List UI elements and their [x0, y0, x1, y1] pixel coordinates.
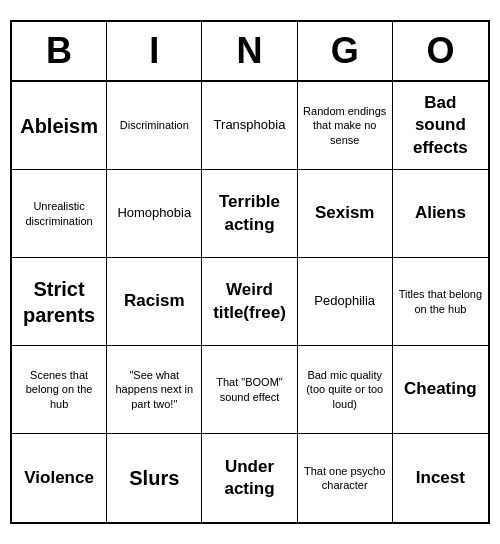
cell-text-20: Violence — [24, 467, 94, 489]
cell-text-16: "See what happens next in part two!" — [111, 368, 197, 411]
cell-text-19: Cheating — [404, 378, 477, 400]
bingo-cell-24: Incest — [393, 434, 488, 522]
bingo-cell-13: Pedophilia — [298, 258, 393, 346]
bingo-cell-15: Scenes that belong on the hub — [12, 346, 107, 434]
cell-text-6: Homophobia — [117, 205, 191, 222]
cell-text-23: That one psycho character — [302, 464, 388, 493]
bingo-cell-2: Transphobia — [202, 82, 297, 170]
cell-text-14: Titles that belong on the hub — [397, 287, 484, 316]
bingo-cell-23: That one psycho character — [298, 434, 393, 522]
cell-text-7: Terrible acting — [206, 191, 292, 235]
bingo-cell-7: Terrible acting — [202, 170, 297, 258]
bingo-cell-8: Sexism — [298, 170, 393, 258]
bingo-letter-g: G — [298, 22, 393, 80]
cell-text-5: Unrealistic discrimination — [16, 199, 102, 228]
cell-text-2: Transphobia — [214, 117, 286, 134]
bingo-cell-11: Racism — [107, 258, 202, 346]
bingo-card: BINGO AbleismDiscriminationTransphobiaRa… — [10, 20, 490, 524]
bingo-header: BINGO — [12, 22, 488, 82]
bingo-cell-21: Slurs — [107, 434, 202, 522]
bingo-grid: AbleismDiscriminationTransphobiaRandom e… — [12, 82, 488, 522]
cell-text-18: Bad mic quality (too quite or too loud) — [302, 368, 388, 411]
bingo-cell-20: Violence — [12, 434, 107, 522]
cell-text-15: Scenes that belong on the hub — [16, 368, 102, 411]
cell-text-8: Sexism — [315, 202, 375, 224]
bingo-cell-22: Under acting — [202, 434, 297, 522]
bingo-cell-16: "See what happens next in part two!" — [107, 346, 202, 434]
bingo-cell-14: Titles that belong on the hub — [393, 258, 488, 346]
bingo-cell-1: Discrimination — [107, 82, 202, 170]
bingo-cell-9: Aliens — [393, 170, 488, 258]
cell-text-10: Strict parents — [16, 276, 102, 328]
bingo-cell-3: Random endings that make no sense — [298, 82, 393, 170]
bingo-cell-5: Unrealistic discrimination — [12, 170, 107, 258]
cell-text-3: Random endings that make no sense — [302, 104, 388, 147]
bingo-cell-10: Strict parents — [12, 258, 107, 346]
bingo-cell-18: Bad mic quality (too quite or too loud) — [298, 346, 393, 434]
cell-text-12: Weird title(free) — [206, 279, 292, 323]
bingo-cell-19: Cheating — [393, 346, 488, 434]
cell-text-21: Slurs — [129, 465, 179, 491]
cell-text-22: Under acting — [206, 456, 292, 500]
bingo-cell-0: Ableism — [12, 82, 107, 170]
cell-text-11: Racism — [124, 290, 184, 312]
cell-text-0: Ableism — [20, 113, 98, 139]
cell-text-1: Discrimination — [120, 118, 189, 132]
cell-text-9: Aliens — [415, 202, 466, 224]
bingo-letter-i: I — [107, 22, 202, 80]
cell-text-17: That "BOOM" sound effect — [206, 375, 292, 404]
cell-text-13: Pedophilia — [314, 293, 375, 310]
bingo-letter-n: N — [202, 22, 297, 80]
bingo-letter-o: O — [393, 22, 488, 80]
bingo-cell-6: Homophobia — [107, 170, 202, 258]
bingo-cell-17: That "BOOM" sound effect — [202, 346, 297, 434]
bingo-cell-12: Weird title(free) — [202, 258, 297, 346]
bingo-letter-b: B — [12, 22, 107, 80]
bingo-cell-4: Bad sound effects — [393, 82, 488, 170]
cell-text-24: Incest — [416, 467, 465, 489]
cell-text-4: Bad sound effects — [397, 92, 484, 158]
